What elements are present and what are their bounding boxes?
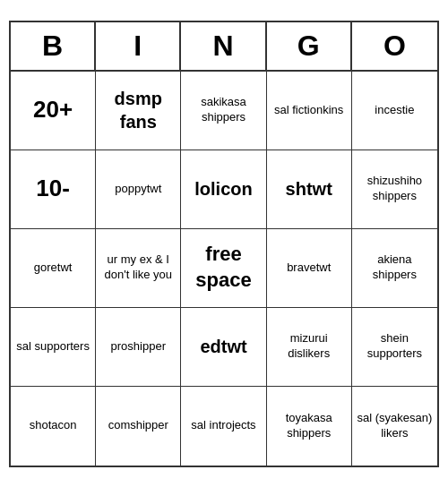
bingo-cell: bravetwt [267, 229, 352, 308]
header-letter: G [267, 22, 352, 70]
header-letter: I [96, 22, 181, 70]
bingo-cell: 20+ [11, 72, 96, 150]
header-letter: O [352, 22, 437, 70]
bingo-cell: shotacon [11, 387, 96, 466]
bingo-cell: comshipper [96, 387, 181, 466]
bingo-cell: toyakasa shippers [267, 387, 352, 466]
bingo-cell: goretwt [11, 229, 96, 308]
bingo-grid: 20+dsmp fanssakikasa shipperssal fiction… [11, 72, 437, 466]
bingo-cell: edtwt [181, 308, 266, 387]
header-letter: N [181, 22, 266, 70]
bingo-cell: sal fictionkins [267, 72, 352, 150]
bingo-cell: shein supporters [352, 308, 437, 387]
bingo-cell: shizushiho shippers [352, 150, 437, 229]
bingo-cell: akiena shippers [352, 229, 437, 308]
bingo-cell: incestie [352, 72, 437, 150]
bingo-cell: sal supporters [11, 308, 96, 387]
bingo-cell: sal (syakesan) likers [352, 387, 437, 466]
bingo-cell: ur my ex & I don't like you [96, 229, 181, 308]
bingo-cell: 10- [11, 150, 96, 229]
bingo-cell: proshipper [96, 308, 181, 387]
bingo-cell: sal introjects [181, 387, 266, 466]
header-letter: B [11, 22, 96, 70]
bingo-header: BINGO [11, 22, 437, 72]
bingo-card: BINGO 20+dsmp fanssakikasa shipperssal f… [9, 21, 439, 467]
bingo-cell: shtwt [267, 150, 352, 229]
bingo-cell: sakikasa shippers [181, 72, 266, 150]
bingo-cell: dsmp fans [96, 72, 181, 150]
bingo-cell: mizurui dislikers [267, 308, 352, 387]
bingo-cell: poppytwt [96, 150, 181, 229]
bingo-cell: free space [181, 229, 266, 308]
bingo-cell: lolicon [181, 150, 266, 229]
